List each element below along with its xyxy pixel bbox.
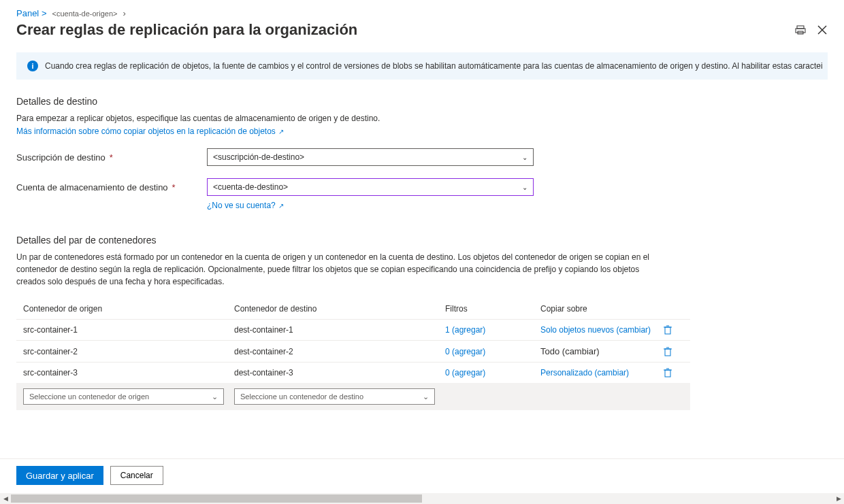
- svg-rect-1: [796, 29, 805, 33]
- footer-actions: Guardar y aplicar Cancelar: [0, 458, 844, 492]
- container-pair-heading: Detalles del par de contenedores: [16, 235, 828, 246]
- chevron-down-icon: ⌄: [212, 392, 218, 401]
- copy-over-link[interactable]: Todo (cambiar): [540, 346, 663, 356]
- dest-container-cell: dest-container-1: [234, 325, 445, 335]
- info-banner: i Cuando crea reglas de replicación de o…: [16, 52, 828, 80]
- col-filters: Filtros: [445, 304, 540, 314]
- delete-row-button[interactable]: [663, 325, 690, 335]
- dest-account-label: Cuenta de almacenamiento de destino*: [16, 182, 207, 192]
- chevron-down-icon: ⌄: [522, 154, 528, 161]
- src-container-cell: src-container-3: [23, 368, 234, 377]
- copy-over-link[interactable]: Personalizado (cambiar): [540, 368, 663, 377]
- source-container-select[interactable]: Seleccione un contenedor de origen ⌄: [23, 388, 224, 405]
- external-link-icon: ↗: [278, 128, 284, 135]
- info-icon: i: [27, 61, 38, 71]
- col-copy: Copiar sobre: [540, 304, 663, 314]
- breadcrumb: Panel > <cuenta-de-origen> ›: [16, 8, 828, 18]
- src-container-cell: src-container-2: [23, 347, 234, 356]
- more-info-link[interactable]: Más información sobre cómo copiar objeto…: [16, 127, 284, 136]
- scroll-right-arrow-icon[interactable]: ▶: [833, 493, 844, 504]
- filters-link[interactable]: 0 (agregar): [445, 368, 540, 377]
- breadcrumb-account: <cuenta-de-origen>: [52, 10, 117, 18]
- table-row: src-container-3 dest-container-3 0 (agre…: [16, 362, 690, 383]
- chevron-down-icon: ⌄: [423, 392, 429, 401]
- dest-subscription-select[interactable]: <suscripción-de-destino> ⌄: [207, 148, 534, 166]
- container-pairs-table: Contenedor de origen Contenedor de desti…: [16, 299, 690, 410]
- container-pair-desc: Un par de contenedores está formado por …: [16, 251, 649, 288]
- col-dest: Contenedor de destino: [234, 304, 445, 314]
- add-row: Seleccione un contenedor de origen ⌄ Sel…: [16, 383, 690, 410]
- copy-over-link[interactable]: Solo objetos nuevos (cambiar): [540, 325, 663, 335]
- dest-details-desc: Para empezar a replicar objetos, especif…: [16, 112, 828, 124]
- info-banner-text: Cuando crea reglas de replicación de obj…: [45, 61, 823, 71]
- src-container-cell: src-container-1: [23, 325, 234, 335]
- external-link-icon: ↗: [278, 202, 284, 209]
- save-button[interactable]: Guardar y aplicar: [16, 466, 103, 485]
- filters-link[interactable]: 1 (agregar): [445, 325, 540, 335]
- dest-container-cell: dest-container-2: [234, 347, 445, 356]
- close-icon[interactable]: [817, 24, 828, 35]
- svg-rect-11: [665, 370, 670, 377]
- scroll-left-arrow-icon[interactable]: ◀: [0, 493, 11, 504]
- horizontal-scrollbar[interactable]: ◀ ▶: [0, 493, 844, 504]
- table-row: src-container-1 dest-container-1 1 (agre…: [16, 319, 690, 340]
- filters-link[interactable]: 0 (agregar): [445, 347, 540, 356]
- svg-rect-8: [665, 349, 670, 356]
- dest-container-select[interactable]: Seleccione un contenedor de destino ⌄: [234, 388, 435, 405]
- table-row: src-container-2 dest-container-2 0 (agre…: [16, 340, 690, 362]
- col-source: Contenedor de origen: [23, 304, 234, 314]
- dest-subscription-label: Suscripción de destino*: [16, 152, 207, 163]
- dest-details-heading: Detalles de destino: [16, 96, 828, 107]
- svg-rect-5: [665, 327, 670, 334]
- chevron-right-icon: ›: [123, 8, 125, 18]
- dont-see-account-link[interactable]: ¿No ve su cuenta?↗: [207, 201, 284, 210]
- svg-rect-0: [797, 26, 804, 29]
- breadcrumb-panel-link[interactable]: Panel >: [16, 8, 46, 18]
- print-icon[interactable]: [795, 24, 806, 35]
- page-title: Crear reglas de replicación para la orga…: [16, 21, 357, 39]
- dest-account-select[interactable]: <cuenta-de-destino> ⌄: [207, 178, 534, 196]
- dest-container-cell: dest-container-3: [234, 368, 445, 377]
- delete-row-button[interactable]: [663, 368, 690, 377]
- delete-row-button[interactable]: [663, 347, 690, 356]
- chevron-down-icon: ⌄: [522, 184, 528, 191]
- cancel-button[interactable]: Cancelar: [110, 466, 163, 485]
